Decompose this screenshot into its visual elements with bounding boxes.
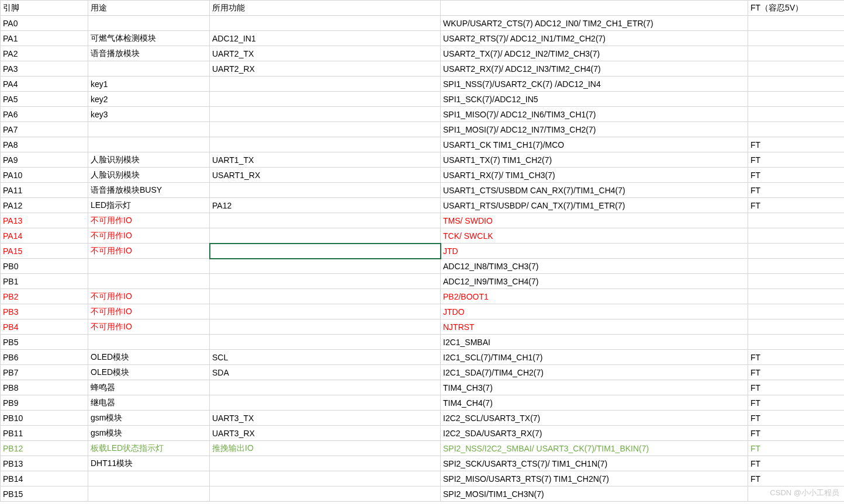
table-cell[interactable]: USART2_RTS(7)/ ADC12_IN1/TIM2_CH2(7) [441, 31, 748, 46]
table-cell[interactable]: gsm模块 [88, 411, 210, 426]
table-cell[interactable]: FT [748, 456, 845, 471]
table-cell[interactable]: FT [748, 350, 845, 365]
table-cell[interactable]: USART1_CK TIM1_CH1(7)/MCO [441, 137, 748, 152]
table-cell[interactable] [748, 319, 845, 335]
table-cell[interactable]: UART3_TX [210, 411, 441, 426]
table-cell[interactable] [748, 92, 845, 107]
table-cell[interactable]: 不可用作IO [88, 244, 210, 259]
header-cell[interactable]: FT（容忍5V） [748, 1, 845, 16]
header-cell[interactable]: 所用功能 [210, 1, 441, 16]
table-cell[interactable]: ADC12_IN1 [210, 31, 441, 46]
table-cell[interactable]: 推挽输出IO [210, 441, 441, 456]
table-cell[interactable] [210, 486, 441, 502]
table-cell[interactable] [210, 335, 441, 350]
table-cell[interactable]: PB4 [1, 319, 88, 335]
table-cell[interactable]: 不可用作IO [88, 319, 210, 335]
table-cell[interactable]: 语音播放模块BUSY [88, 183, 210, 198]
table-cell[interactable]: SPI1_NSS(7)/USART2_CK(7) /ADC12_IN4 [441, 77, 748, 92]
table-cell[interactable]: PB11 [1, 426, 88, 441]
table-cell[interactable] [748, 335, 845, 350]
table-cell[interactable]: SPI2_SCK/USART3_CTS(7)/ TIM1_CH1N(7) [441, 456, 748, 471]
table-cell[interactable]: I2C2_SDA/USART3_RX(7) [441, 426, 748, 441]
table-cell[interactable]: 不可用作IO [88, 228, 210, 244]
table-cell[interactable]: UART1_TX [210, 152, 441, 168]
table-cell[interactable]: PB13 [1, 456, 88, 471]
table-cell[interactable] [210, 471, 441, 486]
table-cell[interactable] [210, 183, 441, 198]
table-cell[interactable]: UART3_RX [210, 426, 441, 441]
table-cell[interactable]: TIM4_CH3(7) [441, 380, 748, 395]
table-cell[interactable]: PB8 [1, 380, 88, 395]
table-cell[interactable] [210, 456, 441, 471]
table-cell[interactable]: 可燃气体检测模块 [88, 31, 210, 46]
table-cell[interactable]: TCK/ SWCLK [441, 228, 748, 244]
table-cell[interactable]: key3 [88, 107, 210, 122]
header-cell[interactable]: 引脚 [1, 1, 88, 16]
table-cell[interactable]: UART2_TX [210, 46, 441, 61]
table-cell[interactable]: SPI2_NSS/I2C2_SMBAI/ USART3_CK(7)/TIM1_B… [441, 441, 748, 456]
table-cell[interactable] [210, 274, 441, 289]
table-cell[interactable]: NJTRST [441, 319, 748, 335]
table-cell[interactable] [88, 16, 210, 31]
table-cell[interactable] [210, 228, 441, 244]
table-cell[interactable]: USART1_RTS/USBDP/ CAN_TX(7)/TIM1_ETR(7) [441, 198, 748, 213]
table-cell[interactable]: PA0 [1, 16, 88, 31]
table-cell[interactable] [88, 259, 210, 274]
table-cell[interactable]: gsm模块 [88, 426, 210, 441]
table-cell[interactable]: OLED模块 [88, 365, 210, 380]
table-cell[interactable]: I2C2_SCL/USART3_TX(7) [441, 411, 748, 426]
table-cell[interactable]: PB5 [1, 335, 88, 350]
table-cell[interactable]: PB2/BOOT1 [441, 289, 748, 304]
table-cell[interactable]: 人脸识别模块 [88, 168, 210, 183]
table-cell[interactable]: SPI2_MOSI/TIM1_CH3N(7) [441, 486, 748, 502]
table-cell[interactable] [210, 244, 441, 259]
table-cell[interactable]: SDA [210, 365, 441, 380]
table-cell[interactable]: PA3 [1, 61, 88, 77]
table-cell[interactable] [88, 61, 210, 77]
table-cell[interactable]: PA7 [1, 122, 88, 137]
table-cell[interactable]: JTD [441, 244, 748, 259]
table-cell[interactable]: SPI2_MISO/USART3_RTS(7) TIM1_CH2N(7) [441, 471, 748, 486]
table-cell[interactable]: PB9 [1, 395, 88, 411]
table-cell[interactable] [88, 122, 210, 137]
table-cell[interactable]: PB1 [1, 274, 88, 289]
table-cell[interactable]: PB6 [1, 350, 88, 365]
table-cell[interactable]: PA6 [1, 107, 88, 122]
table-cell[interactable]: PA1 [1, 31, 88, 46]
table-cell[interactable]: FT [748, 152, 845, 168]
table-cell[interactable]: PB12 [1, 441, 88, 456]
table-cell[interactable] [210, 259, 441, 274]
table-cell[interactable]: TIM4_CH4(7) [441, 395, 748, 411]
table-cell[interactable]: 语音播放模块 [88, 46, 210, 61]
table-cell[interactable]: PB14 [1, 471, 88, 486]
table-cell[interactable]: USART2_TX(7)/ ADC12_IN2/TIM2_CH3(7) [441, 46, 748, 61]
table-cell[interactable] [210, 137, 441, 152]
table-cell[interactable]: PA14 [1, 228, 88, 244]
table-cell[interactable]: FT [748, 395, 845, 411]
table-cell[interactable]: 人脸识别模块 [88, 152, 210, 168]
table-cell[interactable]: JTDO [441, 304, 748, 319]
table-cell[interactable]: SPI1_MOSI(7)/ ADC12_IN7/TIM3_CH2(7) [441, 122, 748, 137]
table-cell[interactable]: FT [748, 183, 845, 198]
table-cell[interactable] [748, 213, 845, 228]
table-cell[interactable]: FT [748, 168, 845, 183]
table-cell[interactable]: ADC12_IN8/TIM3_CH3(7) [441, 259, 748, 274]
table-cell[interactable]: key2 [88, 92, 210, 107]
table-cell[interactable] [748, 107, 845, 122]
table-cell[interactable]: TMS/ SWDIO [441, 213, 748, 228]
table-cell[interactable]: UART2_RX [210, 61, 441, 77]
table-cell[interactable]: FT [748, 471, 845, 486]
table-cell[interactable]: SPI1_MISO(7)/ ADC12_IN6/TIM3_CH1(7) [441, 107, 748, 122]
table-cell[interactable]: FT [748, 426, 845, 441]
table-cell[interactable] [210, 77, 441, 92]
table-cell[interactable]: 蜂鸣器 [88, 380, 210, 395]
table-cell[interactable] [748, 77, 845, 92]
table-cell[interactable] [748, 16, 845, 31]
table-cell[interactable] [88, 335, 210, 350]
header-cell[interactable]: 用途 [88, 1, 210, 16]
table-cell[interactable]: 板载LED状态指示灯 [88, 441, 210, 456]
pin-table[interactable]: 引脚用途所用功能FT（容忍5V）PA0WKUP/USART2_CTS(7) AD… [0, 0, 844, 502]
table-cell[interactable] [88, 486, 210, 502]
table-cell[interactable]: PB15 [1, 486, 88, 502]
table-cell[interactable]: USART2_RX(7)/ ADC12_IN3/TIM2_CH4(7) [441, 61, 748, 77]
